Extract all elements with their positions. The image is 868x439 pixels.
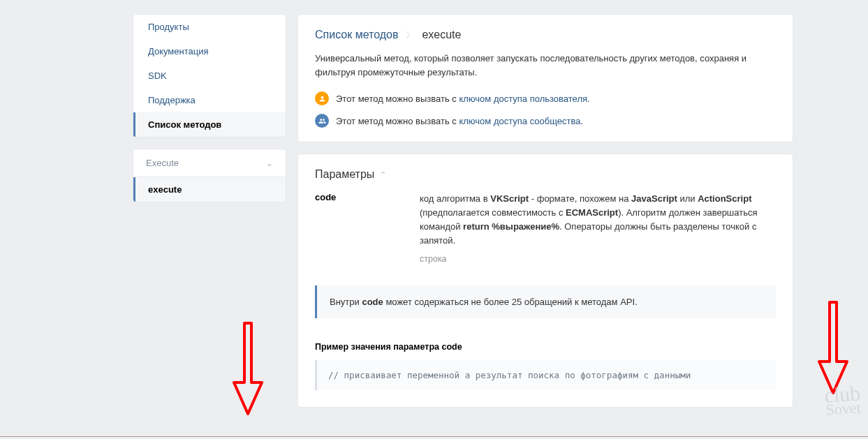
access-community-prefix: Этот метод можно вызвать с: [336, 116, 459, 126]
main-content: Список методов 〉 execute Универсальный м…: [297, 14, 793, 419]
breadcrumb: Список методов 〉 execute: [315, 29, 776, 42]
params-section-header[interactable]: Параметры ⌃: [298, 154, 793, 192]
method-group-dropdown[interactable]: Execute ⌄: [133, 149, 286, 177]
params-title: Параметры: [315, 168, 374, 181]
param-name: code: [315, 192, 392, 266]
params-card: Параметры ⌃ code код алгоритма в VKScrip…: [297, 154, 793, 408]
sidebar-item-support[interactable]: Поддержка: [133, 88, 286, 112]
method-description: Универсальный метод, который позволяет з…: [315, 52, 776, 79]
chevron-down-icon: ⌄: [266, 158, 273, 168]
chevron-right-icon: 〉: [406, 30, 415, 40]
param-description: код алгоритма в VKScript - формате, похо…: [420, 192, 776, 266]
breadcrumb-leaf: execute: [422, 29, 461, 40]
api-limit-note: Внутри code может содержаться не более 2…: [315, 285, 776, 318]
param-row-code: code код алгоритма в VKScript - формате,…: [298, 192, 793, 280]
breadcrumb-root[interactable]: Список методов: [315, 29, 398, 40]
sidebar-nav: Продукты Документация SDK Поддержка Спис…: [133, 14, 286, 137]
param-type: строка: [420, 253, 776, 266]
code-example: // присваивает переменной a результат по…: [315, 360, 776, 390]
example-title: Пример значения параметра code: [298, 318, 793, 360]
sidebar-item-execute[interactable]: execute: [133, 177, 286, 202]
sidebar-item-sdk[interactable]: SDK: [133, 64, 286, 88]
sidebar: Продукты Документация SDK Поддержка Спис…: [133, 14, 286, 419]
collapse-icon: ⌃: [380, 170, 386, 179]
access-community: Этот метод можно вызвать с ключом доступ…: [315, 114, 776, 128]
sidebar-item-methods[interactable]: Список методов: [133, 112, 286, 137]
access-user-prefix: Этот метод можно вызвать с: [336, 94, 459, 104]
community-icon: [315, 114, 329, 128]
sidebar-method-group: Execute ⌄ execute: [133, 149, 286, 202]
sidebar-item-products[interactable]: Продукты: [133, 15, 286, 39]
method-group-label: Execute: [146, 158, 179, 168]
user-icon: [315, 91, 329, 105]
access-community-link[interactable]: ключом доступа сообщества: [459, 116, 580, 126]
method-header-card: Список методов 〉 execute Универсальный м…: [297, 14, 793, 142]
sidebar-item-docs[interactable]: Документация: [133, 39, 286, 64]
divider: [0, 436, 868, 437]
access-user: Этот метод можно вызвать с ключом доступ…: [315, 91, 776, 105]
access-user-link[interactable]: ключом доступа пользователя: [459, 94, 587, 104]
